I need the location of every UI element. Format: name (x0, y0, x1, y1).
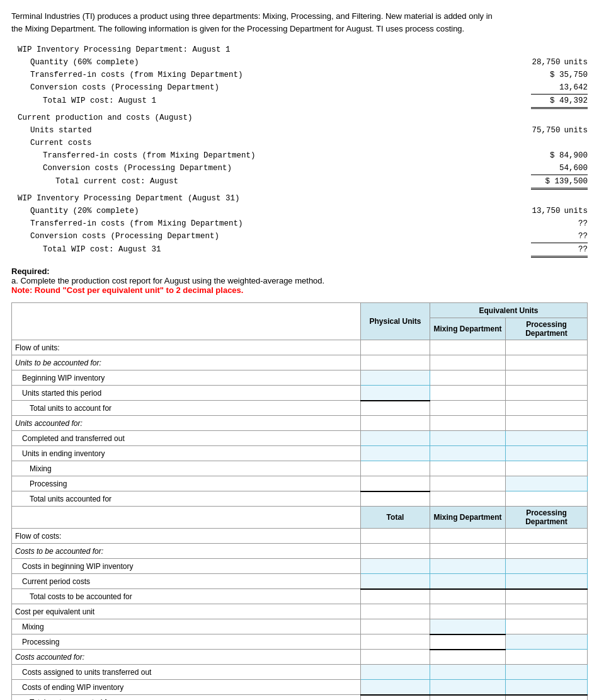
ending-inv-phys-input[interactable] (361, 446, 430, 461)
th-empty (12, 303, 361, 340)
total-costs-accounted-total (361, 695, 430, 701)
mixing-cost-per-unit-row[interactable]: Mixing (12, 619, 588, 634)
cost-header-empty (12, 507, 361, 529)
beg-wip-row[interactable]: Beginning WIP inventory (12, 370, 588, 386)
flow-costs-label: Flow of costs: (12, 529, 361, 544)
mixing-cost-label: Mixing (12, 619, 361, 634)
ending-inv-proc-input[interactable] (506, 446, 588, 461)
wip-transfer-row: Transferred-in costs (from Mixing Depart… (18, 69, 588, 81)
completed-transferred-label: Completed and transferred out (12, 431, 361, 446)
current-prod-title: Current production and costs (August) (18, 112, 588, 124)
transfer-in-row: Transferred-in costs (from Mixing Depart… (18, 149, 588, 162)
total-to-account-phys (361, 401, 430, 416)
total-costs-total (361, 589, 430, 604)
wip-qty-row: Quantity (60% complete) 28,750 units (18, 56, 588, 69)
cost-header-mixing: Mixing Department (430, 507, 506, 529)
wip31-total-row: Total WIP cost: August 31 ?? (18, 243, 588, 258)
th-equivalent-units: Equivalent Units (430, 303, 588, 318)
costs-beg-wip-row[interactable]: Costs in beginning WIP inventory (12, 559, 588, 574)
processing-label: Processing (12, 476, 361, 491)
current-period-costs-row[interactable]: Current period costs (12, 574, 588, 589)
units-started-period-row[interactable]: Units started this period (12, 386, 588, 401)
current-period-mix[interactable] (430, 574, 506, 589)
units-started-row: Units started 75,750 units (18, 124, 588, 137)
costs-beg-wip-total[interactable] (361, 559, 430, 574)
costs-transferred-proc[interactable] (506, 665, 588, 680)
total-to-account-row: Total units to account for (12, 401, 588, 416)
total-costs-accounted-label: Total costs accounted for (12, 695, 361, 701)
completed-transferred-row[interactable]: Completed and transferred out (12, 431, 588, 446)
current-costs-label: Current costs (18, 137, 588, 149)
processing-cost-label: Processing (12, 634, 361, 650)
total-current-cost-row: Total current cost: August $ 139,500 (18, 175, 588, 190)
units-ending-inv-row[interactable]: Units in ending inventory (12, 446, 588, 461)
ending-inv-mix-input[interactable] (430, 446, 506, 461)
th-mixing-dept: Mixing Department (430, 318, 506, 340)
cost-per-eq-label: Cost per equivalent unit (12, 604, 361, 619)
total-costs-proc (506, 589, 588, 604)
wip-aug1-title: WIP Inventory Processing Department: Aug… (18, 43, 588, 56)
wip-total-row: Total WIP cost: August 1 $ 49,392 (18, 95, 588, 109)
wip-aug31-title: WIP Inventory Processing Department (Aug… (18, 192, 588, 205)
cost-table: Physical Units Equivalent Units Mixing D… (11, 302, 588, 700)
units-accounted-header-row: Units accounted for: (12, 416, 588, 431)
completed-phys-input[interactable] (361, 431, 430, 446)
units-to-account-header-row: Units to be accounted for: (12, 355, 588, 370)
flow-units-proc (506, 340, 588, 355)
completed-proc-input[interactable] (506, 431, 588, 446)
wip31-conv-row: Conversion costs (Processing Department)… (18, 230, 588, 243)
required-section: Required: a. Complete the production cos… (11, 267, 588, 295)
costs-ending-wip-mix[interactable] (430, 680, 506, 695)
current-period-proc[interactable] (506, 574, 588, 589)
mixing-label: Mixing (12, 461, 361, 476)
processing-row[interactable]: Processing (12, 476, 588, 491)
flow-units-header-row: Flow of units: (12, 340, 588, 355)
costs-accounted-header-row: Costs accounted for: (12, 650, 588, 665)
cost-per-eq-unit-header-row: Cost per equivalent unit (12, 604, 588, 619)
total-costs-to-account-label: Total costs to be accounted for (12, 589, 361, 604)
beg-wip-label: Beginning WIP inventory (12, 370, 361, 386)
units-started-period-label: Units started this period (12, 386, 361, 401)
costs-accounted-label: Costs accounted for: (12, 650, 361, 665)
th-processing-dept: Processing Department (506, 318, 588, 340)
total-accounted-row: Total units accounted for (12, 491, 588, 507)
completed-mix-input[interactable] (430, 431, 506, 446)
conv-costs-row: Conversion costs (Processing Department)… (18, 162, 588, 175)
cost-header-total: Total (361, 507, 430, 529)
total-to-account-label: Total units to account for (12, 401, 361, 416)
costs-to-account-header-row: Costs to be accounted for: (12, 544, 588, 559)
costs-beg-wip-mix[interactable] (430, 559, 506, 574)
total-costs-mix (430, 589, 506, 604)
wip-conv-row: Conversion costs (Processing Department)… (18, 81, 588, 95)
flow-units-label: Flow of units: (12, 340, 361, 355)
current-period-total[interactable] (361, 574, 430, 589)
cost-header-processing: Processing Department (506, 507, 588, 529)
th-physical-units: Physical Units (361, 303, 430, 340)
costs-units-transferred-row[interactable]: Costs assigned to units transferred out (12, 665, 588, 680)
current-period-costs-label: Current period costs (12, 574, 361, 589)
costs-ending-wip-proc[interactable] (506, 680, 588, 695)
processing-cost-mix (430, 634, 506, 650)
processing-proc-input[interactable] (506, 476, 588, 491)
units-accounted-label: Units accounted for: (12, 416, 361, 431)
flow-units-phys (361, 340, 430, 355)
processing-cost-proc-input[interactable] (506, 634, 588, 650)
units-to-account-label: Units to be accounted for: (12, 355, 361, 370)
processing-cost-per-unit-row[interactable]: Processing (12, 634, 588, 650)
data-block: WIP Inventory Processing Department: Aug… (11, 43, 588, 258)
costs-beg-wip-label: Costs in beginning WIP inventory (12, 559, 361, 574)
total-costs-accounted-proc (506, 695, 588, 701)
costs-beg-wip-proc[interactable] (506, 559, 588, 574)
costs-to-account-label: Costs to be accounted for: (12, 544, 361, 559)
units-ending-inv-label: Units in ending inventory (12, 446, 361, 461)
intro-text: Terminal Industries (TI) produces a prod… (11, 10, 588, 35)
mixing-cost-mix-input[interactable] (430, 619, 506, 634)
beg-wip-phys-input[interactable] (361, 370, 430, 386)
costs-transferred-total[interactable] (361, 665, 430, 680)
units-started-period-phys-input[interactable] (361, 386, 430, 401)
costs-transferred-mix[interactable] (430, 665, 506, 680)
costs-ending-wip-row[interactable]: Costs of ending WIP inventory (12, 680, 588, 695)
wip31-qty-row: Quantity (20% complete) 13,750 units (18, 205, 588, 217)
costs-ending-wip-total[interactable] (361, 680, 430, 695)
wip31-transfer-row: Transferred-in costs (from Mixing Depart… (18, 217, 588, 230)
